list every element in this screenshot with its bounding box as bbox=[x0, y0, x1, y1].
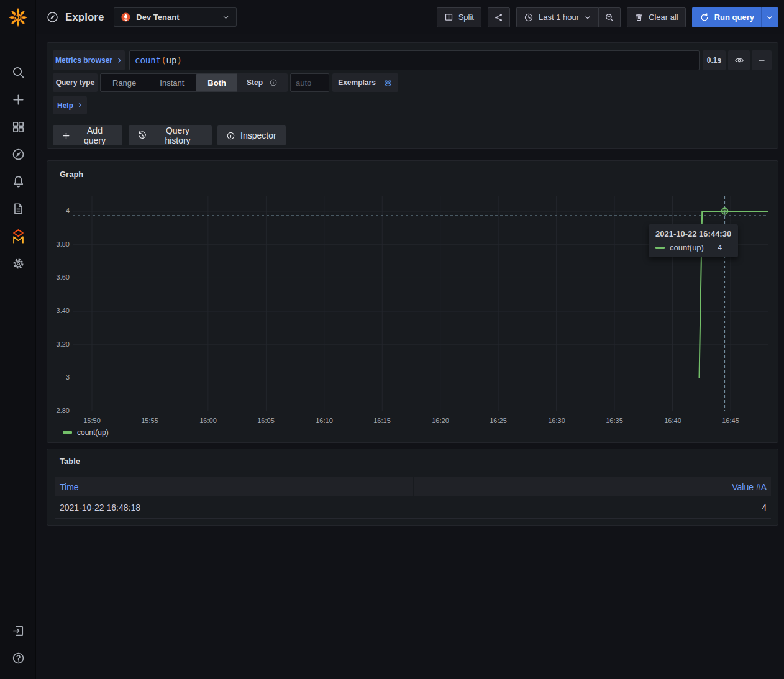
table-header-value[interactable]: Value #A bbox=[414, 477, 771, 496]
query-token-close-paren: ) bbox=[176, 55, 181, 65]
time-range-label: Last 1 hour bbox=[539, 12, 579, 22]
datasource-picker[interactable]: Dev Tenant bbox=[114, 7, 237, 27]
tooltip-series-value: 4 bbox=[718, 243, 722, 252]
minus-icon bbox=[757, 56, 766, 65]
query-expression-input[interactable]: count(up) bbox=[129, 50, 700, 70]
info-circle-icon bbox=[226, 131, 235, 140]
grafana-logo-icon bbox=[7, 7, 29, 28]
run-query-dropdown[interactable] bbox=[761, 7, 778, 27]
sidebar-item-help[interactable] bbox=[0, 644, 36, 672]
query-visibility-button[interactable] bbox=[728, 50, 750, 70]
query-type-option-both[interactable]: Both bbox=[196, 74, 238, 91]
topbar-left: Explore Dev Tenant bbox=[46, 7, 237, 27]
query-duration-label: 0.1s bbox=[707, 56, 721, 65]
chevron-down-icon bbox=[584, 14, 591, 21]
add-query-label: Add query bbox=[76, 125, 114, 145]
query-token-function: count bbox=[135, 55, 161, 65]
x-tick-label: 16:10 bbox=[309, 417, 340, 424]
help-icon bbox=[11, 651, 25, 665]
x-tick-label: 16:15 bbox=[367, 417, 398, 424]
y-tick-label: 3 bbox=[48, 373, 70, 381]
trash-icon bbox=[634, 12, 644, 22]
legend-series-color bbox=[63, 431, 72, 434]
sidebar-item-settings[interactable] bbox=[0, 250, 36, 277]
grafana-logo[interactable] bbox=[0, 0, 36, 35]
table-cell-time: 2021-10-22 16:48:18 bbox=[55, 496, 413, 518]
info-circle-icon bbox=[269, 78, 278, 87]
x-tick-label: 16:20 bbox=[425, 417, 456, 424]
share-icon bbox=[494, 12, 504, 22]
sidebar-nav bbox=[0, 58, 36, 277]
sidebar-item-alerting[interactable] bbox=[0, 168, 36, 195]
query-type-option-instant[interactable]: Instant bbox=[148, 74, 196, 91]
run-query-group: Run query bbox=[692, 7, 778, 27]
time-range-button[interactable]: Last 1 hour bbox=[516, 7, 598, 27]
sidebar-item-explore[interactable] bbox=[0, 140, 36, 168]
x-tick-label: 16:40 bbox=[657, 417, 688, 424]
topbar-right: Split Last 1 hour bbox=[437, 7, 778, 27]
history-icon bbox=[137, 130, 147, 140]
hover-point-center bbox=[724, 210, 726, 212]
step-input[interactable] bbox=[290, 73, 329, 92]
sidebar-item-mimir[interactable] bbox=[0, 222, 36, 250]
clear-all-button[interactable]: Clear all bbox=[627, 7, 686, 27]
table-cell-value: 4 bbox=[413, 496, 771, 518]
x-tick-label: 16:45 bbox=[715, 417, 746, 424]
query-history-button[interactable]: Query history bbox=[129, 125, 212, 145]
time-controls: Last 1 hour bbox=[516, 7, 621, 27]
table-header-time[interactable]: Time bbox=[55, 477, 413, 496]
sidebar-item-create[interactable] bbox=[0, 86, 36, 113]
graph-tooltip: 2021-10-22 16:44:30 count(up) 4 bbox=[649, 224, 738, 257]
gear-icon bbox=[11, 257, 25, 271]
sidebar-item-sign-in[interactable] bbox=[0, 617, 36, 644]
chevron-right-icon bbox=[116, 57, 122, 63]
legend-series-label: count(up) bbox=[77, 428, 109, 437]
query-type-label: Query type bbox=[53, 73, 98, 92]
split-button[interactable]: Split bbox=[437, 7, 481, 27]
x-tick-label: 16:30 bbox=[541, 417, 572, 424]
clear-all-label: Clear all bbox=[649, 12, 678, 22]
graph-panel-title: Graph bbox=[60, 170, 83, 179]
inspector-label: Inspector bbox=[240, 130, 276, 140]
query-duration-badge: 0.1s bbox=[703, 50, 726, 70]
share-button[interactable] bbox=[488, 7, 510, 27]
sidebar bbox=[0, 0, 36, 679]
split-label: Split bbox=[458, 12, 474, 22]
sidebar-item-search[interactable] bbox=[0, 58, 36, 86]
plus-icon bbox=[62, 131, 71, 140]
table-header-row: Time Value #A bbox=[55, 477, 771, 496]
y-tick-label: 4 bbox=[48, 207, 70, 214]
sidebar-item-dashboards[interactable] bbox=[0, 113, 36, 140]
sidebar-item-docs[interactable] bbox=[0, 195, 36, 222]
tooltip-series-name: count(up) bbox=[670, 243, 704, 252]
explore-compass-icon bbox=[46, 11, 59, 24]
zoom-out-button[interactable] bbox=[598, 7, 621, 27]
x-tick-label: 16:00 bbox=[193, 417, 224, 424]
search-icon bbox=[11, 65, 25, 80]
clock-icon bbox=[524, 12, 534, 22]
table-panel-title: Table bbox=[60, 457, 80, 466]
bell-icon bbox=[11, 175, 25, 189]
add-query-button[interactable]: Add query bbox=[53, 125, 122, 145]
run-query-button[interactable]: Run query bbox=[692, 7, 761, 27]
metrics-browser-button[interactable]: Metrics browser bbox=[53, 50, 125, 70]
graph-legend-item[interactable]: count(up) bbox=[63, 428, 109, 437]
help-button[interactable]: Help bbox=[53, 96, 87, 114]
sign-in-icon bbox=[11, 624, 25, 638]
y-tick-label: 2.80 bbox=[48, 407, 70, 414]
y-tick-label: 3.80 bbox=[48, 240, 70, 248]
query-token-open-paren: ( bbox=[161, 55, 166, 65]
exemplars-target-icon[interactable] bbox=[383, 78, 393, 88]
query-editor-panel: Metrics browser count(up) 0.1s Query typ… bbox=[47, 42, 778, 149]
compass-icon bbox=[11, 147, 25, 162]
query-type-option-range[interactable]: Range bbox=[101, 74, 148, 91]
document-icon bbox=[11, 202, 25, 216]
query-type-label-text: Query type bbox=[56, 78, 95, 87]
inspector-button[interactable]: Inspector bbox=[217, 125, 286, 145]
x-tick-label: 16:25 bbox=[483, 417, 514, 424]
graph-panel: Graph 43.803.603.403.2032.8015:5015:5516… bbox=[47, 160, 778, 443]
x-tick-label: 16:35 bbox=[599, 417, 630, 424]
remove-query-button[interactable] bbox=[752, 50, 772, 70]
chevron-down-icon bbox=[766, 14, 773, 21]
step-label: Step bbox=[237, 73, 288, 92]
